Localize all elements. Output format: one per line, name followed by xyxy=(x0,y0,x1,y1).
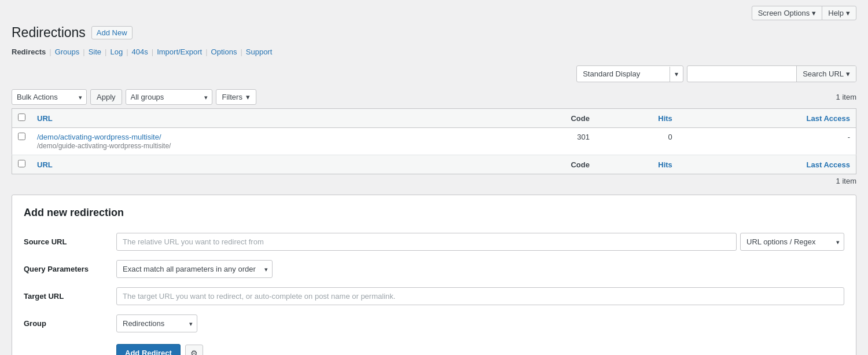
group-label: Group xyxy=(24,310,116,337)
query-params-cell: Exact match all parameters in any order … xyxy=(116,255,844,283)
search-url-button[interactable]: Search URL ▾ xyxy=(796,66,856,82)
settings-icon-button[interactable]: ⚙ xyxy=(185,345,203,356)
add-section-title: Add new redirection xyxy=(24,207,844,219)
nav-link-import-export[interactable]: Import/Export xyxy=(157,47,202,56)
select-all-checkbox-footer[interactable] xyxy=(18,160,25,167)
buttons-cell: Add Redirect ⚙ xyxy=(116,337,844,355)
row-url-cell: /demo/activating-wordpress-multisite/ /d… xyxy=(31,128,498,155)
col-footer-last-access[interactable]: Last Access xyxy=(678,155,856,174)
source-url-cell: URL options / Regex Regex xyxy=(116,228,844,255)
url-source-link[interactable]: /demo/activating-wordpress-multisite/ xyxy=(37,133,492,141)
col-header-hits[interactable]: Hits xyxy=(595,109,678,128)
target-url-cell xyxy=(116,283,844,310)
all-groups-select[interactable]: All groups Redirections xyxy=(126,89,212,105)
table-row: /demo/activating-wordpress-multisite/ /d… xyxy=(12,128,856,155)
group-row: Group Redirections xyxy=(24,310,844,337)
target-url-row: Target URL xyxy=(24,283,844,310)
chevron-down-icon: ▾ xyxy=(812,9,816,17)
chevron-down-icon: ▾ xyxy=(846,9,850,17)
nav-link-site[interactable]: Site xyxy=(89,47,101,56)
standard-display-select[interactable]: Standard Display Compact Display xyxy=(577,66,670,82)
chevron-down-icon: ▾ xyxy=(670,67,683,82)
screen-options-button[interactable]: Screen Options ▾ xyxy=(752,6,823,20)
apply-button[interactable]: Apply xyxy=(90,89,122,105)
all-groups-wrapper: All groups Redirections xyxy=(126,89,212,105)
col-footer-code: Code xyxy=(498,155,595,174)
col-header-url[interactable]: URL xyxy=(31,109,498,128)
add-redirect-button[interactable]: Add Redirect xyxy=(116,344,181,355)
col-header-last-access[interactable]: Last Access xyxy=(678,109,856,128)
add-new-button[interactable]: Add New xyxy=(91,26,133,39)
nav-link-404s[interactable]: 404s xyxy=(132,47,148,56)
nav-links: Redirects | Groups | Site | Log | 404s |… xyxy=(12,47,856,56)
buttons-row: Add Redirect ⚙ xyxy=(24,337,844,355)
select-all-footer xyxy=(12,155,32,174)
group-cell: Redirections xyxy=(116,310,844,337)
select-all-checkbox[interactable] xyxy=(18,114,25,121)
nav-current: Redirects xyxy=(12,47,46,56)
standard-display-wrapper: Standard Display Compact Display ▾ xyxy=(576,65,683,82)
col-header-code: Code xyxy=(498,109,595,128)
redirects-table: URL Code Hits Last Access /demo/activati… xyxy=(12,108,856,174)
url-options-select[interactable]: URL options / Regex Regex xyxy=(740,233,844,251)
nav-link-groups[interactable]: Groups xyxy=(55,47,80,56)
chevron-down-icon: ▾ xyxy=(846,69,850,78)
source-url-input[interactable] xyxy=(116,233,737,251)
url-target: /demo/guide-activating-wordpress-multisi… xyxy=(37,142,171,150)
filters-button[interactable]: Filters ▾ xyxy=(216,89,256,105)
row-code-cell: 301 xyxy=(498,128,595,155)
group-select-wrapper: Redirections xyxy=(116,314,197,332)
item-count-bottom: 1 item xyxy=(12,177,856,185)
query-params-row: Query Parameters Exact match all paramet… xyxy=(24,255,844,283)
row-checkbox-cell xyxy=(12,128,32,155)
source-url-row: Source URL URL options / Regex Regex xyxy=(24,228,844,255)
query-params-label: Query Parameters xyxy=(24,255,116,283)
group-select[interactable]: Redirections xyxy=(116,314,197,332)
col-footer-url[interactable]: URL xyxy=(31,155,498,174)
item-count-top: 1 item xyxy=(836,93,856,101)
query-params-wrapper: Exact match all parameters in any order … xyxy=(116,260,273,278)
target-url-input[interactable] xyxy=(116,287,844,305)
query-params-select[interactable]: Exact match all parameters in any order … xyxy=(116,260,273,278)
add-redirection-section: Add new redirection Source URL URL optio… xyxy=(12,195,856,355)
help-button[interactable]: Help ▾ xyxy=(822,6,856,20)
regex-select-wrapper: URL options / Regex Regex xyxy=(740,233,844,251)
nav-link-log[interactable]: Log xyxy=(110,47,123,56)
chevron-down-icon: ▾ xyxy=(246,93,250,101)
nav-link-options[interactable]: Options xyxy=(211,47,237,56)
row-last-access-cell: - xyxy=(678,128,856,155)
target-url-label: Target URL xyxy=(24,283,116,310)
gear-icon: ⚙ xyxy=(190,349,198,356)
filters-label: Filters xyxy=(222,93,242,101)
page-title: Redirections xyxy=(12,25,86,41)
search-url-label: Search URL xyxy=(803,69,844,78)
nav-link-support[interactable]: Support xyxy=(246,47,273,56)
help-label: Help xyxy=(828,9,844,17)
row-checkbox[interactable] xyxy=(18,133,25,140)
row-hits-cell: 0 xyxy=(595,128,678,155)
add-form-table: Source URL URL options / Regex Regex xyxy=(24,228,844,355)
col-footer-hits[interactable]: Hits xyxy=(595,155,678,174)
bulk-actions-wrapper: Bulk Actions Delete xyxy=(12,89,87,105)
search-url-wrapper: Search URL ▾ xyxy=(687,65,856,82)
screen-options-label: Screen Options xyxy=(758,9,810,17)
search-url-input[interactable] xyxy=(687,66,796,82)
bulk-actions-select[interactable]: Bulk Actions Delete xyxy=(12,89,87,105)
select-all-header xyxy=(12,109,32,128)
source-url-label: Source URL xyxy=(24,228,116,255)
